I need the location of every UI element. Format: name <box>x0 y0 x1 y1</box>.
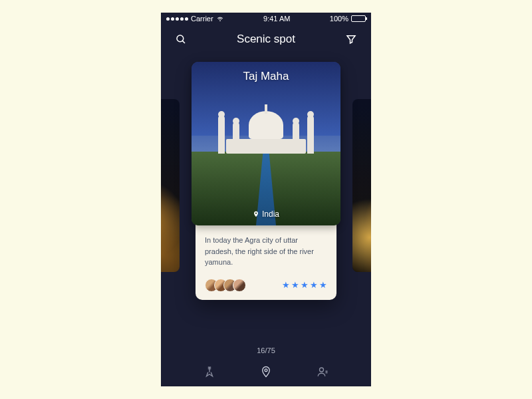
next-card-peek[interactable]: Sy <box>352 99 371 272</box>
star-icon: ★ <box>319 280 327 290</box>
tab-bar <box>161 357 371 386</box>
star-icon: ★ <box>301 280 309 290</box>
battery-icon <box>351 15 366 22</box>
status-right: 100% <box>330 15 366 23</box>
avatar <box>233 279 246 292</box>
card-description: In today the Agra city of uttar pradesh,… <box>205 235 327 268</box>
visitor-avatars[interactable] <box>205 279 246 292</box>
prev-card-peek[interactable]: wer <box>161 99 180 272</box>
svg-point-0 <box>177 35 184 42</box>
card-country: India <box>262 209 279 219</box>
card-footer: ★ ★ ★ ★ ★ <box>205 279 327 292</box>
battery-pct-label: 100% <box>330 15 348 23</box>
main-card[interactable]: Taj Maha India In today the Agra city of… <box>196 66 336 300</box>
svg-point-2 <box>265 369 267 372</box>
rating-stars: ★ ★ ★ ★ ★ <box>282 280 327 290</box>
card-carousel[interactable]: wer Sy Taj Maha India In toda <box>161 66 371 333</box>
tab-pin[interactable] <box>200 362 219 381</box>
filter-icon[interactable] <box>343 31 359 47</box>
card-body: In today the Agra city of uttar pradesh,… <box>196 225 336 300</box>
status-time: 9:41 AM <box>263 15 290 23</box>
phone-frame: Carrier 9:41 AM 100% Scenic spot wer Sy <box>161 13 371 386</box>
app-header: Scenic spot <box>161 25 371 54</box>
star-icon: ★ <box>310 280 318 290</box>
page-counter: 16/75 <box>161 346 371 354</box>
wifi-icon <box>216 15 224 23</box>
star-icon: ★ <box>282 280 290 290</box>
status-left: Carrier <box>166 15 224 23</box>
card-title: Taj Maha <box>192 70 340 83</box>
signal-strength-icon <box>166 17 188 21</box>
tab-profile[interactable] <box>313 362 332 381</box>
card-location: India <box>192 209 340 219</box>
location-pin-icon <box>253 211 259 217</box>
status-bar: Carrier 9:41 AM 100% <box>161 13 371 25</box>
tab-location[interactable] <box>257 362 275 381</box>
search-icon[interactable] <box>173 31 189 47</box>
card-hero-image: Taj Maha India <box>192 62 340 225</box>
carrier-label: Carrier <box>191 15 213 23</box>
star-icon: ★ <box>291 280 299 290</box>
svg-point-3 <box>320 368 324 372</box>
page-title: Scenic spot <box>237 33 295 46</box>
svg-line-1 <box>182 41 185 43</box>
